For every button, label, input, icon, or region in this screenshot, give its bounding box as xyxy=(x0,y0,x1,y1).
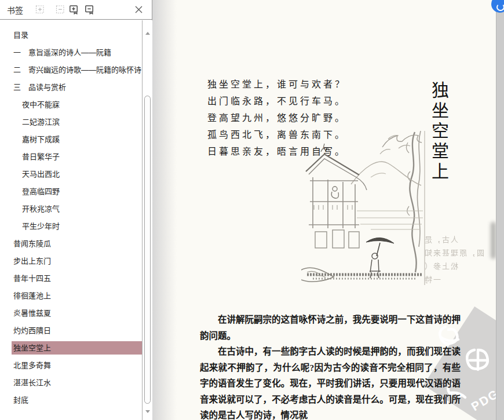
bookmark-item[interactable]: 二妃游江滨 xyxy=(0,114,143,131)
expand-all-button[interactable] xyxy=(35,5,45,14)
bookmark-item-label: 昔闻东陵瓜 xyxy=(13,239,51,248)
bookmark-item[interactable]: 北里多奇舞 xyxy=(0,357,143,374)
bookmark-item[interactable]: 湛湛长江水 xyxy=(0,374,143,392)
body-paragraphs: 在讲解阮嗣宗的这首咏怀诗之前，我先要说明一下这首诗的押韵问题。在古诗中，有一些韵… xyxy=(200,312,461,420)
bookmarks-panel-title: 书签 xyxy=(7,4,23,16)
bookmark-item[interactable]: 炎暑惟兹夏 xyxy=(0,305,143,322)
bleedthrough-text: 松上参（ xyxy=(423,260,498,273)
collapse-all-button[interactable] xyxy=(56,5,65,14)
bookmark-item[interactable]: 天马出西北 xyxy=(0,166,143,183)
document-scrollbar[interactable] xyxy=(496,0,504,420)
poem-line: 孤鸟西北飞，离兽东南下。 xyxy=(207,126,346,143)
bookmark-item-label: 开秋兆凉气 xyxy=(22,204,60,213)
bookmark-item-label: 昔年十四五 xyxy=(13,274,51,283)
bookmark-item[interactable]: 二 寄兴幽远的诗歌——阮籍的咏怀诗 xyxy=(0,61,143,79)
bookmark-item-label: 夜中不能寐 xyxy=(22,100,60,109)
bookmark-item-label: 湛湛长江水 xyxy=(13,378,51,387)
chapter-vertical-title: 独坐空堂上 xyxy=(426,81,451,197)
bookmark-item[interactable]: 灼灼西隤日 xyxy=(0,322,143,339)
bookmark-item[interactable]: 徘徊蓬池上 xyxy=(0,287,143,305)
bookmark-item[interactable]: 昔闻东陵瓜 xyxy=(0,235,143,253)
bookmark-item-label: 北里多奇舞 xyxy=(13,361,51,370)
panel-scrollbar-thumb[interactable] xyxy=(144,96,151,404)
scroll-up-arrow-icon[interactable] xyxy=(145,32,150,35)
page-left-shadow xyxy=(152,0,177,420)
bookmark-item[interactable]: 平生少年时 xyxy=(0,218,143,235)
delete-bookmark-button[interactable] xyxy=(85,5,94,14)
bookmark-item[interactable]: 一 意旨遥深的诗人——阮籍 xyxy=(0,44,143,61)
bookmark-item[interactable]: 独坐空堂上 xyxy=(0,339,143,357)
scroll-down-arrow-icon[interactable] xyxy=(145,410,150,413)
bookmark-item[interactable]: 开秋兆凉气 xyxy=(0,200,143,218)
paragraph: 在古诗中，有一些韵字古人读的时候是押韵的，而我们现在读起来就不押韵了，为什么呢?… xyxy=(200,344,461,420)
poem-line: 登高望九州，悠悠分旷野。 xyxy=(207,109,346,126)
poem: 独坐空堂上，谁可与欢者？出门临永路，不见行车马。登高望九州，悠悠分旷野。孤鸟西北… xyxy=(207,76,346,160)
close-panel-button[interactable] xyxy=(134,5,144,14)
bookmark-item-label: 封底 xyxy=(13,396,28,404)
add-bookmark-button[interactable] xyxy=(69,5,78,14)
bookmark-item[interactable]: 步出上东门 xyxy=(0,253,143,270)
poem-line: 独坐空堂上，谁可与欢者？ xyxy=(207,76,346,93)
bookmarks-panel: 书签 xyxy=(0,0,152,420)
bookmark-item[interactable]: 封底 xyxy=(0,392,143,409)
expand-all-icon xyxy=(35,5,45,14)
bookmark-item-label: 炎暑惟兹夏 xyxy=(13,309,51,317)
bookmarks-panel-header: 书签 xyxy=(0,0,152,20)
close-icon xyxy=(134,5,144,14)
bookmark-item[interactable]: 嘉树下成蹊 xyxy=(0,131,143,148)
bookmark-item-label: 灼灼西隤日 xyxy=(13,326,51,335)
bookmark-item-label: 三 品读与赏析 xyxy=(13,83,66,92)
pdf-reader-window: 书签 xyxy=(0,0,504,420)
bookmark-item-label: 独坐空堂上 xyxy=(13,344,51,352)
bookmark-item-label: 徘徊蓬池上 xyxy=(13,291,51,300)
bookmark-item-label: 天马出西北 xyxy=(22,170,60,178)
bookmark-item-label: 嘉树下成蹊 xyxy=(22,135,60,144)
bookmark-item-label: 平生少年时 xyxy=(22,222,60,231)
bleedthrough-text: 圆，原理甚来知 xyxy=(423,246,498,260)
bookmark-item-label: 昔日繁华子 xyxy=(22,152,60,161)
bookmark-item-label: 目录 xyxy=(13,31,28,39)
add-bookmark-icon xyxy=(69,5,78,14)
bookmark-item[interactable]: 登高临四野 xyxy=(0,183,143,200)
paragraph: 在讲解阮嗣宗的这首咏怀诗之前，我先要说明一下这首诗的押韵问题。 xyxy=(200,312,461,344)
panel-scrollbar[interactable] xyxy=(142,20,152,420)
bleedthrough-text: 人古，是 xyxy=(423,233,498,246)
bookmark-item-label: 一 意旨遥深的诗人——阮籍 xyxy=(13,48,111,57)
bookmark-item-label: 步出上东门 xyxy=(13,257,51,265)
delete-bookmark-icon xyxy=(85,5,94,14)
page-edge-smudge xyxy=(491,222,496,259)
bookmark-item-label: 二 寄兴幽远的诗歌——阮籍的咏怀诗 xyxy=(13,65,141,74)
bookmark-item[interactable]: 昔年十四五 xyxy=(0,270,143,287)
document-view: 独坐空堂上，谁可与欢者？出门临永路，不见行车马。登高望九州，悠悠分旷野。孤鸟西北… xyxy=(152,0,504,420)
bleedthrough-text-block: 人古，是圆，原理甚来知松上参（一特 xyxy=(423,233,498,286)
collapse-all-icon xyxy=(56,5,65,14)
bleedthrough-text: 一特 xyxy=(423,273,498,286)
bookmark-item[interactable]: 夜中不能寐 xyxy=(0,96,143,114)
bookmark-item-label: 二妃游江滨 xyxy=(22,118,60,126)
poem-line: 日暮思亲友，晤言用自写。 xyxy=(207,143,346,160)
bookmark-item[interactable]: 目录 xyxy=(0,27,143,44)
bookmark-item[interactable]: 三 品读与赏析 xyxy=(0,79,143,96)
bookmark-item[interactable]: 昔日繁华子 xyxy=(0,148,143,166)
bookmark-list: 目录一 意旨遥深的诗人——阮籍二 寄兴幽远的诗歌——阮籍的咏怀诗三 品读与赏析夜… xyxy=(0,20,143,420)
poem-line: 出门临永路，不见行车马。 xyxy=(207,93,346,109)
bookmark-item-label: 登高临四野 xyxy=(22,187,60,196)
